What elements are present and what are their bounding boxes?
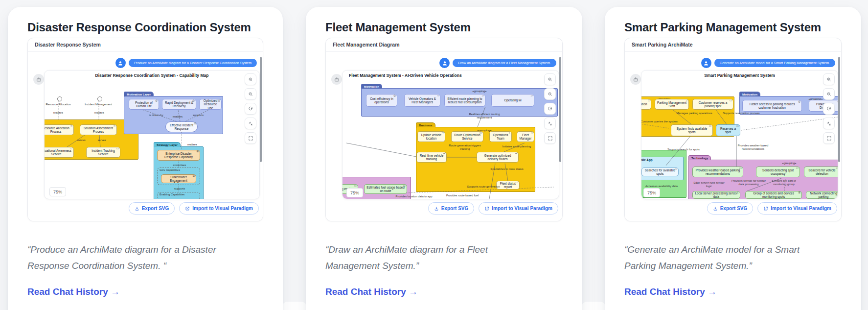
zoom-in-icon[interactable] — [245, 73, 256, 85]
node-label: Situation Assessment Process — [82, 126, 114, 134]
node-type-icon: ▭ — [739, 167, 742, 170]
chat-scrollbar[interactable] — [260, 57, 262, 162]
export-svg-button[interactable]: Export SVG — [707, 202, 754, 215]
archimate-node: Effective Incident Response◎ — [165, 121, 198, 132]
import-visual-paradigm-button[interactable]: Import to Visual Paradigm — [179, 202, 259, 215]
user-avatar-icon — [115, 58, 126, 68]
node-label: Parking Management Staff — [657, 101, 686, 108]
user-message-row: Draw an ArchiMate diagram for a Fleet Ma… — [439, 58, 556, 68]
relationship-label: realizes — [90, 111, 109, 115]
showcase-card-disaster-response: Disaster Response Coordination System Di… — [8, 7, 283, 310]
import-visual-paradigm-label: Import to Visual Paradigm — [492, 206, 552, 211]
node-label: System finds available spots — [673, 127, 710, 134]
archimate-node: Estimates fuel usage based on route▭ — [364, 184, 407, 194]
reset-view-icon[interactable] — [823, 103, 835, 115]
export-svg-label: Export SVG — [142, 206, 169, 211]
archimate-node: Situation Assessment Process⇒ — [80, 124, 117, 135]
node-label: Local server processing sensor data — [695, 191, 738, 199]
export-svg-button[interactable]: Export SVG — [428, 202, 475, 215]
expand-icon[interactable] — [544, 132, 556, 144]
node-type-icon: ▭ — [480, 132, 482, 135]
node-type-icon: ○ — [686, 99, 687, 102]
layer-tab: Strategy Layer — [154, 142, 181, 147]
chat-scrollbar[interactable] — [559, 57, 561, 162]
node-type-icon: ▭ — [730, 99, 732, 102]
relationship-label: Sensors are part of monitoring group — [768, 179, 800, 186]
read-chat-history-link[interactable]: Read Chat History → — [27, 286, 120, 297]
export-svg-button[interactable]: Export SVG — [129, 202, 175, 215]
chat-window-screenshot: Disaster Response System Produce an Arch… — [27, 38, 263, 221]
node-label: Situational Awareness Service — [44, 149, 71, 156]
archimate-node: Route Optimization Service▭ — [451, 131, 483, 142]
testimonial-quote: “Draw an ArchiMate diagram for a Fleet M… — [325, 242, 563, 274]
user-message-row: Produce an ArchiMate diagram for a Disas… — [115, 58, 257, 68]
node-label: Enterprise Disaster Response Capability — [160, 152, 198, 159]
reset-view-icon[interactable] — [245, 103, 256, 115]
zoom-level-badge: 75% — [49, 187, 66, 196]
node-type-icon: ○ — [437, 95, 439, 97]
zoom-in-icon[interactable] — [823, 73, 835, 85]
archimate-diagram-preview: Smart Parking Management System «groupin… — [641, 70, 838, 199]
zoom-in-icon[interactable] — [544, 73, 556, 85]
node-type-icon: ◎ — [192, 99, 195, 102]
chat-window-title: Smart Parking ArchiMate — [625, 38, 841, 52]
diagram-zoom-toolbar — [245, 73, 256, 144]
diagram-title: Smart Parking Management System — [641, 73, 838, 78]
node-label: Rapid Deployment & Recovery — [164, 101, 194, 108]
testimonial-quote: “Generate an ArchiMate model for a Smart… — [624, 242, 842, 274]
collapse-icon[interactable] — [823, 118, 835, 129]
archimate-node: Cost efficiency in operations◎ — [366, 94, 397, 107]
archimate-node: Situational Awareness Service▭ — [44, 147, 74, 158]
diagram-actions: Export SVG Import to Visual Paradigm — [428, 202, 558, 215]
node-label: Effective Incident Response — [168, 123, 195, 131]
node-type-icon: ⊞ — [798, 191, 800, 194]
diagram-actions: Export SVG Import to Visual Paradigm — [129, 202, 259, 215]
node-label: Generate optimized delivery routes — [479, 154, 516, 161]
import-visual-paradigm-button[interactable]: Import to Visual Paradigm — [479, 202, 558, 215]
import-visual-paradigm-label: Import to Visual Paradigm — [771, 206, 831, 211]
layer-tab: Motivation — [361, 84, 382, 89]
archimate-node: Protection of Human Life◎ — [129, 99, 159, 110]
card-title: Fleet Management System — [325, 7, 563, 35]
card-title: Smart Parking Management System — [624, 7, 842, 35]
diagram-canvas: «grouping»Motivation«grouping»bile AppTe… — [641, 71, 838, 199]
relationship-label: Realizes efficient routing requirement — [465, 113, 504, 119]
node-label: Faster access to parking reduces custome… — [745, 102, 799, 110]
app-box-label: bile App — [641, 158, 653, 162]
interface-circle-icon — [97, 96, 102, 101]
archimate-node: Fleet Manager○ — [517, 131, 534, 142]
collapse-icon[interactable] — [245, 118, 256, 129]
zoom-out-icon[interactable] — [544, 88, 556, 100]
import-visual-paradigm-button[interactable]: Import to Visual Paradigm — [757, 202, 837, 215]
archimate-node: Local server processing sensor data□ — [692, 191, 740, 199]
collapse-icon[interactable] — [544, 118, 556, 129]
node-type-icon: ⇒ — [70, 125, 72, 128]
archimate-node: Network connecting parking▭ — [806, 191, 838, 199]
node-type-icon: □ — [737, 191, 739, 194]
chat-scrollbar[interactable] — [838, 57, 840, 162]
subgroup-label: Enabling Capabilities — [158, 192, 200, 196]
zoom-out-icon[interactable] — [245, 88, 256, 100]
zoom-out-icon[interactable] — [823, 88, 835, 100]
diagram-title: Fleet Management System - AI-Driven Vehi… — [349, 73, 559, 78]
expand-icon[interactable] — [823, 132, 835, 144]
read-chat-history-link[interactable]: Read Chat History → — [624, 286, 717, 297]
assistant-avatar-icon — [33, 74, 44, 85]
node-type-icon: ▭ — [116, 147, 119, 150]
archimate-diagram-preview: Disaster Response Coordination System - … — [44, 70, 260, 199]
chat-body: Produce an ArchiMate diagram for a Disas… — [28, 52, 263, 221]
archimate-node: Searches for available spots▭ — [641, 167, 679, 176]
relationship-label: Initiates route planning — [501, 145, 532, 148]
reset-view-icon[interactable] — [544, 103, 556, 115]
node-type-icon: ▭ — [796, 167, 799, 170]
expand-icon[interactable] — [245, 132, 256, 144]
chat-body: Draw an ArchiMate diagram for a Fleet Ma… — [326, 52, 562, 221]
showcase-card-smart-parking: Smart Parking Management System Smart Pa… — [605, 7, 861, 310]
diagram-actions: Export SVG Import to Visual Paradigm — [707, 202, 837, 215]
node-label: Incident Tracking Service — [89, 149, 118, 156]
read-chat-history-link[interactable]: Read Chat History → — [325, 286, 418, 297]
archimate-node: Optimized Resource Use◎ — [199, 99, 222, 110]
archimate-node: Stakeholder Engagement⊞ — [161, 174, 196, 183]
relationship-label: serves — [73, 139, 90, 142]
testimonial-quote: “Produce an ArchiMate diagram for a Disa… — [27, 242, 263, 274]
